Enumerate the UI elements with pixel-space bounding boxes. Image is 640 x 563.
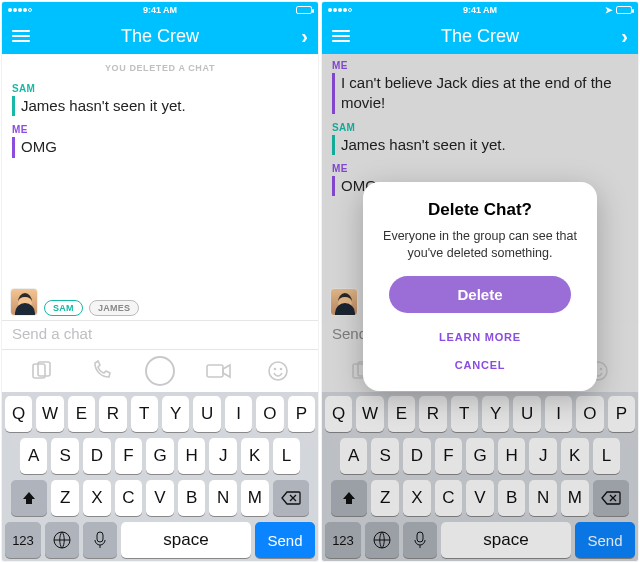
presence-pill-sam[interactable]: SAM	[44, 300, 83, 316]
key-C[interactable]: C	[115, 480, 143, 516]
modal-body: Everyone in the group can see that you'v…	[379, 228, 581, 262]
key-Q[interactable]: Q	[5, 396, 32, 432]
key-Y[interactable]: Y	[162, 396, 189, 432]
key-X[interactable]: X	[83, 480, 111, 516]
status-time: 9:41 AM	[143, 5, 177, 15]
key-row-1: QWERTYUIOP	[5, 396, 315, 432]
key-D[interactable]: D	[83, 438, 111, 474]
key-Z[interactable]: Z	[51, 480, 79, 516]
key-R[interactable]: R	[99, 396, 126, 432]
key-row-3: ZXCVBNM	[5, 480, 315, 516]
key-W[interactable]: W	[36, 396, 63, 432]
svg-point-5	[281, 369, 282, 370]
send-key[interactable]: Send	[255, 522, 315, 558]
key-T[interactable]: T	[131, 396, 158, 432]
shift-key[interactable]	[11, 480, 47, 516]
svg-rect-2	[207, 365, 223, 377]
key-row-2: ASDFGHJKL	[5, 438, 315, 474]
phone-left: 9:41 AM The Crew › YOU DELETED A CHAT SA…	[2, 2, 318, 561]
chevron-right-icon[interactable]: ›	[301, 25, 308, 48]
key-E[interactable]: E	[68, 396, 95, 432]
compose-toolbar	[2, 350, 318, 392]
avatar[interactable]	[10, 288, 38, 316]
chat-title: The Crew	[441, 26, 519, 47]
message[interactable]: ME OMG	[12, 124, 308, 157]
space-key[interactable]: space	[121, 522, 251, 558]
menu-icon[interactable]	[332, 30, 350, 42]
video-icon[interactable]	[203, 355, 235, 387]
compose-row[interactable]: Send a chat	[2, 320, 318, 350]
key-A[interactable]: A	[20, 438, 48, 474]
svg-rect-7	[97, 532, 103, 542]
key-I[interactable]: I	[225, 396, 252, 432]
phone-right: 9:41 AM ➤ The Crew › ME I can't believe …	[322, 2, 638, 561]
presence-row: SAM JAMES	[10, 288, 139, 316]
signal-dots	[8, 8, 32, 12]
presence-pill-james[interactable]: JAMES	[89, 300, 140, 316]
key-U[interactable]: U	[193, 396, 220, 432]
key-K[interactable]: K	[241, 438, 269, 474]
emoji-icon[interactable]	[262, 355, 294, 387]
gallery-icon[interactable]	[26, 355, 58, 387]
compose-input[interactable]: Send a chat	[12, 325, 308, 342]
chat-scroll[interactable]: YOU DELETED A CHAT SAM James hasn't seen…	[2, 54, 318, 320]
battery-icon	[296, 6, 312, 14]
message-body: James hasn't seen it yet.	[12, 96, 308, 116]
battery-icon	[616, 6, 632, 14]
svg-point-3	[269, 362, 287, 380]
key-S[interactable]: S	[51, 438, 79, 474]
chat-header: The Crew ›	[322, 18, 638, 54]
key-M[interactable]: M	[241, 480, 269, 516]
message-sender: SAM	[12, 83, 308, 94]
signal-dots	[328, 8, 352, 12]
key-V[interactable]: V	[146, 480, 174, 516]
message-body: OMG	[12, 137, 308, 157]
menu-icon[interactable]	[12, 30, 30, 42]
numbers-key[interactable]: 123	[5, 522, 41, 558]
message[interactable]: SAM James hasn't seen it yet.	[12, 83, 308, 116]
learn-more-link[interactable]: LEARN MORE	[379, 323, 581, 351]
key-B[interactable]: B	[178, 480, 206, 516]
delete-chat-modal: Delete Chat? Everyone in the group can s…	[363, 182, 597, 391]
svg-point-4	[275, 369, 276, 370]
key-O[interactable]: O	[256, 396, 283, 432]
key-J[interactable]: J	[209, 438, 237, 474]
key-F[interactable]: F	[115, 438, 143, 474]
globe-key[interactable]	[45, 522, 79, 558]
chat-header: The Crew ›	[2, 18, 318, 54]
key-N[interactable]: N	[209, 480, 237, 516]
status-bar: 9:41 AM	[2, 2, 318, 18]
status-time: 9:41 AM	[463, 5, 497, 15]
key-G[interactable]: G	[146, 438, 174, 474]
backspace-key[interactable]	[273, 480, 309, 516]
chevron-right-icon[interactable]: ›	[621, 25, 628, 48]
cancel-link[interactable]: CANCEL	[379, 351, 581, 379]
message-sender: ME	[12, 124, 308, 135]
key-L[interactable]: L	[273, 438, 301, 474]
modal-title: Delete Chat?	[379, 200, 581, 220]
status-bar: 9:41 AM ➤	[322, 2, 638, 18]
delete-button[interactable]: Delete	[389, 276, 571, 313]
keyboard[interactable]: QWERTYUIOP ASDFGHJKL ZXCVBNM 123 space S…	[2, 392, 318, 561]
system-notice: YOU DELETED A CHAT	[12, 58, 308, 81]
mic-key[interactable]	[83, 522, 117, 558]
chat-title: The Crew	[121, 26, 199, 47]
phone-icon[interactable]	[85, 355, 117, 387]
shutter-icon[interactable]	[144, 355, 176, 387]
key-H[interactable]: H	[178, 438, 206, 474]
location-icon: ➤	[605, 5, 613, 15]
key-P[interactable]: P	[288, 396, 315, 432]
key-row-4: 123 space Send	[5, 522, 315, 558]
